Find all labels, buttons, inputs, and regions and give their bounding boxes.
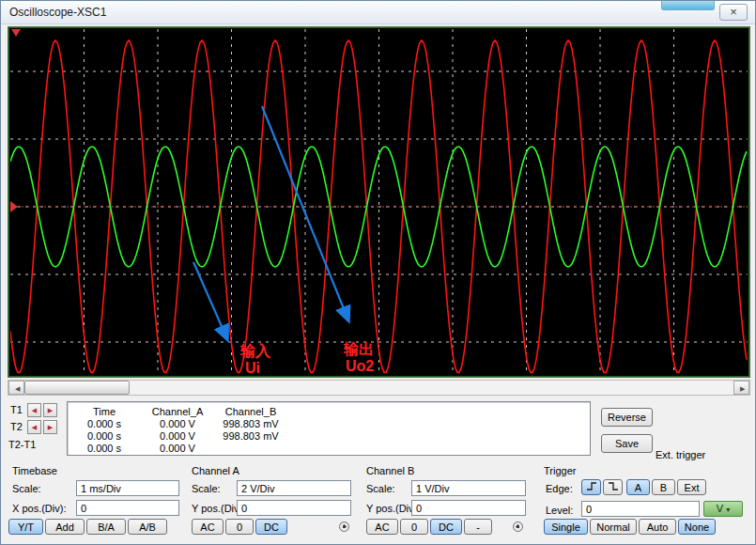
timebase-scale-input[interactable]	[76, 480, 179, 496]
t2-right-button[interactable]: ▶	[43, 420, 57, 434]
scroll-right-icon: ▶	[740, 385, 745, 392]
scope-graticule: 输入Ui输出Uo2	[10, 29, 748, 375]
title-bar: Oscilloscope-XSC1 ×	[1, 1, 755, 24]
channel-a-scale-label: Scale:	[192, 483, 221, 494]
t2-label: T2	[10, 421, 23, 432]
channel-b-zero-button[interactable]: 0	[400, 519, 428, 535]
trigger-source-a-button[interactable]: A	[626, 479, 650, 495]
channel-a-dc-button[interactable]: DC	[255, 519, 287, 535]
t2-t1-label: T2-T1	[8, 439, 36, 450]
ext-trigger-label: Ext. trigger	[656, 449, 705, 460]
trigger-source-b-button[interactable]: B	[652, 479, 675, 495]
channel-b-invert-button[interactable]: -	[464, 519, 492, 535]
timebase-yt-button[interactable]: Y/T	[8, 519, 43, 535]
timebase-xpos-label: X pos.(Div):	[12, 503, 66, 514]
t1-readout-row: 0.000 s0.000 V998.803 mV	[68, 416, 590, 428]
save-button[interactable]: Save	[601, 434, 653, 453]
t2-t1-time-value: 0.000 s	[68, 443, 141, 455]
channel-b-ypos-input[interactable]	[411, 500, 526, 516]
trigger-level-input[interactable]	[581, 501, 700, 517]
t1-left-button[interactable]: ◀	[27, 403, 41, 417]
trigger-rising-edge-button[interactable]	[581, 479, 601, 495]
t2-left-icon: ◀	[32, 424, 37, 430]
trigger-level-label: Level:	[546, 505, 573, 516]
scroll-right-button[interactable]: ▶	[733, 381, 749, 395]
timebase-title: Timebase	[12, 465, 57, 476]
readout-header-row: TimeChannel_AChannel_B	[68, 404, 590, 416]
trigger-mode-normal-button[interactable]: Normal	[590, 519, 637, 535]
t2-readout-row: 0.000 s0.000 V998.803 mV	[68, 428, 590, 441]
measurement-readout: TimeChannel_AChannel_B 0.000 s0.000 V998…	[67, 401, 591, 456]
scrollbar-thumb[interactable]	[24, 381, 130, 395]
oscilloscope-window: Oscilloscope-XSC1 × 输入Ui输出Uo2 ◀ ▶ T1 ◀ ▶…	[0, 0, 756, 545]
channel-b-terminal-icon	[513, 522, 523, 532]
window-title: Oscilloscope-XSC1	[9, 6, 106, 19]
trigger-mode-single-button[interactable]: Single	[544, 519, 588, 535]
annotation-label: 输入	[239, 343, 271, 359]
channel-b-ac-button[interactable]: AC	[366, 519, 398, 535]
annotation-label: 输出	[343, 341, 374, 357]
channel-a-scale-input[interactable]	[237, 480, 351, 496]
t1-label: T1	[10, 404, 23, 415]
trigger-source-ext-button[interactable]: Ext	[677, 479, 706, 495]
channel-b-title: Channel B	[366, 465, 414, 476]
channel-a-zero-button[interactable]: 0	[225, 519, 254, 535]
channel-a-ac-button[interactable]: AC	[192, 519, 224, 535]
channel-a-title: Channel A	[192, 465, 239, 476]
scope-display: 输入Ui输出Uo2	[8, 26, 750, 378]
dropdown-arrow-icon: ▾	[726, 506, 730, 514]
timebase-scale-label: Scale:	[12, 483, 41, 494]
rising-edge-icon	[586, 481, 597, 491]
channel-b-dc-button[interactable]: DC	[430, 519, 462, 535]
trigger-edge-label: Edge:	[546, 483, 573, 494]
trigger-level-unit-value: V	[717, 503, 723, 514]
t1-right-button[interactable]: ▶	[43, 403, 57, 417]
timebase-xpos-input[interactable]	[76, 500, 179, 516]
close-button[interactable]: ×	[719, 4, 748, 21]
annotation-arrow	[193, 262, 227, 339]
falling-edge-icon	[608, 481, 619, 491]
scroll-left-icon: ◀	[15, 385, 20, 392]
channel-b-scale-input[interactable]	[411, 480, 526, 496]
reverse-button[interactable]: Reverse	[601, 408, 653, 427]
trigger-level-unit-dropdown[interactable]: V ▾	[703, 501, 743, 517]
annotation-label: Uo2	[346, 358, 374, 374]
trigger-title: Trigger	[544, 465, 576, 476]
close-icon: ×	[730, 5, 737, 19]
t1-left-icon: ◀	[32, 407, 37, 413]
t2-right-icon: ▶	[48, 424, 53, 430]
t2-left-button[interactable]: ◀	[27, 420, 41, 434]
channel-b-scale-label: Scale:	[366, 483, 395, 494]
trigger-mode-auto-button[interactable]: Auto	[639, 519, 676, 535]
timebase-ab-button[interactable]: A/B	[128, 519, 167, 535]
window-accent-decoration	[661, 1, 715, 10]
t1-right-icon: ▶	[48, 407, 53, 413]
axis-marker-icon	[10, 201, 18, 212]
timebase-add-button[interactable]: Add	[45, 519, 85, 535]
horizontal-scrollbar[interactable]: ◀ ▶	[8, 380, 750, 396]
channel-a-ypos-input[interactable]	[237, 500, 351, 516]
t2-t1-readout-row: 0.000 s0.000 V	[68, 441, 590, 453]
trigger-falling-edge-button[interactable]	[603, 479, 623, 495]
t2-t1-channel-a-value: 0.000 V	[141, 443, 214, 455]
trigger-mode-none-button[interactable]: None	[678, 519, 716, 535]
channel-a-terminal-icon	[339, 522, 349, 532]
timebase-ba-button[interactable]: B/A	[86, 519, 126, 535]
cursor-marker-icon[interactable]	[11, 29, 21, 37]
annotation-label: Ui	[245, 360, 260, 375]
scroll-left-button[interactable]: ◀	[8, 381, 24, 395]
